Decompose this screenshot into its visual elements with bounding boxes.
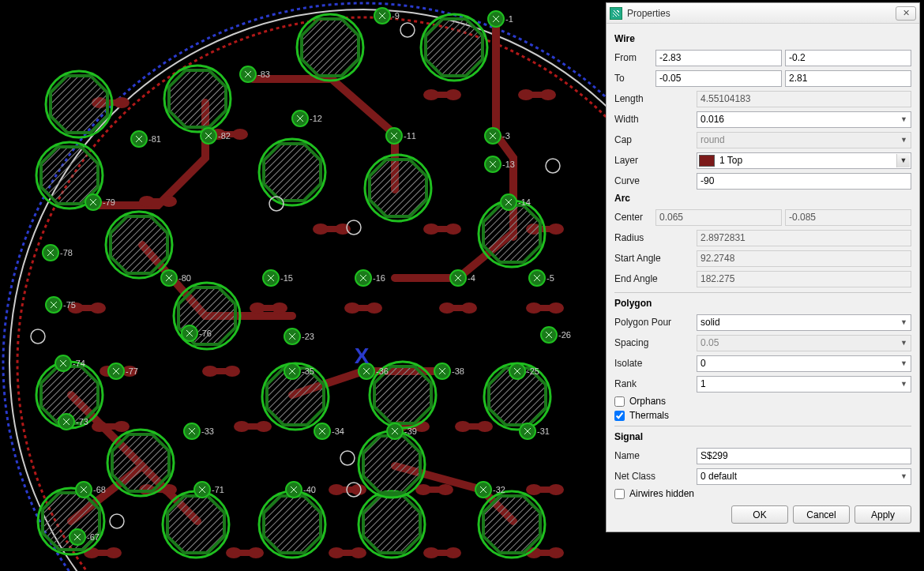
svg-text:-35: -35 — [302, 366, 314, 376]
cap-label: Cap — [614, 134, 697, 145]
svg-text:-39: -39 — [404, 426, 417, 436]
thermals-label: Thermals — [629, 410, 669, 421]
svg-text:-76: -76 — [199, 329, 212, 338]
curve-input[interactable] — [697, 173, 911, 190]
svg-marker-104 — [111, 216, 167, 273]
svg-text:-1: -1 — [505, 14, 513, 24]
layer-label: Layer — [614, 155, 697, 166]
length-field — [697, 91, 911, 107]
svg-text:-74: -74 — [73, 359, 85, 368]
cancel-button[interactable]: Cancel — [793, 505, 850, 524]
from-y-input[interactable] — [785, 50, 911, 66]
svg-point-279 — [400, 23, 415, 37]
svg-rect-21 — [321, 226, 343, 232]
from-label: From — [614, 52, 655, 63]
svg-rect-18 — [147, 198, 169, 205]
svg-text:-26: -26 — [558, 330, 571, 340]
svg-rect-30 — [76, 305, 98, 311]
svg-rect-60 — [100, 423, 122, 430]
section-polygon: Polygon — [614, 298, 911, 309]
spacing-label: Spacing — [614, 337, 697, 348]
spacing-combo[interactable] — [697, 335, 911, 351]
svg-text:-75: -75 — [63, 300, 76, 310]
radius-field — [697, 230, 911, 246]
svg-text:-31: -31 — [537, 426, 550, 436]
svg-rect-84 — [431, 550, 453, 556]
svg-marker-100 — [370, 160, 426, 216]
apply-button[interactable]: Apply — [855, 505, 911, 524]
svg-text:-68: -68 — [93, 485, 106, 494]
svg-marker-124 — [483, 496, 540, 553]
svg-text:-15: -15 — [280, 273, 293, 283]
svg-point-286 — [546, 159, 560, 173]
airwires-label: Airwires hidden — [629, 488, 694, 499]
to-y-input[interactable] — [785, 70, 911, 87]
orphans-label: Orphans — [629, 396, 666, 407]
isolate-combo[interactable] — [697, 355, 911, 372]
svg-text:-14: -14 — [518, 197, 531, 207]
ok-button[interactable]: OK — [731, 505, 788, 524]
svg-text:-36: -36 — [376, 366, 389, 376]
svg-rect-12 — [431, 92, 453, 98]
svg-marker-120 — [264, 496, 321, 553]
to-label: To — [614, 73, 655, 84]
width-label: Width — [614, 114, 697, 125]
endangle-field — [697, 271, 911, 287]
layer-combo[interactable]: 1 Top▼ — [697, 152, 911, 169]
svg-rect-51 — [463, 423, 485, 430]
svg-marker-88 — [51, 76, 107, 133]
layer-swatch — [699, 155, 715, 167]
svg-text:-11: -11 — [404, 131, 416, 141]
pour-combo[interactable] — [697, 314, 911, 331]
svg-text:-3: -3 — [502, 131, 510, 141]
svg-rect-24 — [431, 226, 453, 232]
svg-text:-77: -77 — [126, 366, 138, 376]
layer-text: 1 Top — [719, 155, 742, 166]
svg-text:-9: -9 — [392, 11, 400, 21]
close-icon[interactable]: ✕ — [896, 6, 916, 21]
pcb-canvas[interactable]: -9-1-79-82-83-81-12-11-3-78-80-15-16-13-… — [0, 0, 608, 571]
svg-text:-12: -12 — [310, 114, 322, 123]
svg-text:-80: -80 — [178, 273, 191, 283]
signal-name-input[interactable] — [697, 448, 911, 464]
endangle-label: End Angle — [614, 273, 697, 284]
svg-marker-94 — [426, 19, 483, 76]
app-icon — [610, 7, 622, 20]
length-label: Length — [614, 93, 697, 104]
svg-text:-40: -40 — [303, 485, 316, 494]
netclass-combo[interactable] — [697, 468, 911, 485]
svg-rect-33 — [257, 305, 280, 311]
airwires-checkbox[interactable] — [614, 489, 625, 499]
properties-dialog: Properties ✕ Wire From To Length Width ▼… — [606, 2, 920, 532]
svg-text:-32: -32 — [493, 485, 505, 494]
from-x-input[interactable] — [655, 50, 782, 66]
svg-marker-98 — [264, 144, 321, 201]
curve-label: Curve — [614, 175, 697, 186]
rank-combo[interactable] — [697, 376, 911, 393]
svg-text:-16: -16 — [373, 273, 385, 283]
startangle-label: Start Angle — [614, 253, 697, 264]
pour-label: Polygon Pour — [614, 317, 697, 328]
dialog-title: Properties — [627, 8, 896, 19]
section-wire: Wire — [614, 33, 911, 44]
svg-text:-71: -71 — [212, 485, 224, 494]
thermals-checkbox[interactable] — [614, 411, 625, 421]
startangle-field — [697, 250, 911, 267]
svg-rect-72 — [534, 486, 556, 493]
width-combo[interactable] — [697, 111, 911, 128]
svg-text:-79: -79 — [103, 197, 115, 207]
netclass-label: Net Class — [614, 471, 697, 482]
titlebar[interactable]: Properties ✕ — [607, 3, 919, 24]
cap-combo[interactable] — [697, 132, 911, 148]
section-signal: Signal — [614, 431, 911, 442]
svg-rect-81 — [336, 550, 359, 556]
svg-marker-118 — [167, 496, 224, 553]
svg-point-283 — [110, 514, 124, 528]
section-arc: Arc — [614, 193, 911, 204]
to-x-input[interactable] — [655, 70, 782, 87]
rank-label: Rank — [614, 378, 697, 389]
svg-text:-13: -13 — [502, 160, 515, 169]
svg-point-281 — [31, 329, 45, 344]
orphans-checkbox[interactable] — [614, 396, 625, 407]
svg-text:-34: -34 — [332, 426, 344, 436]
